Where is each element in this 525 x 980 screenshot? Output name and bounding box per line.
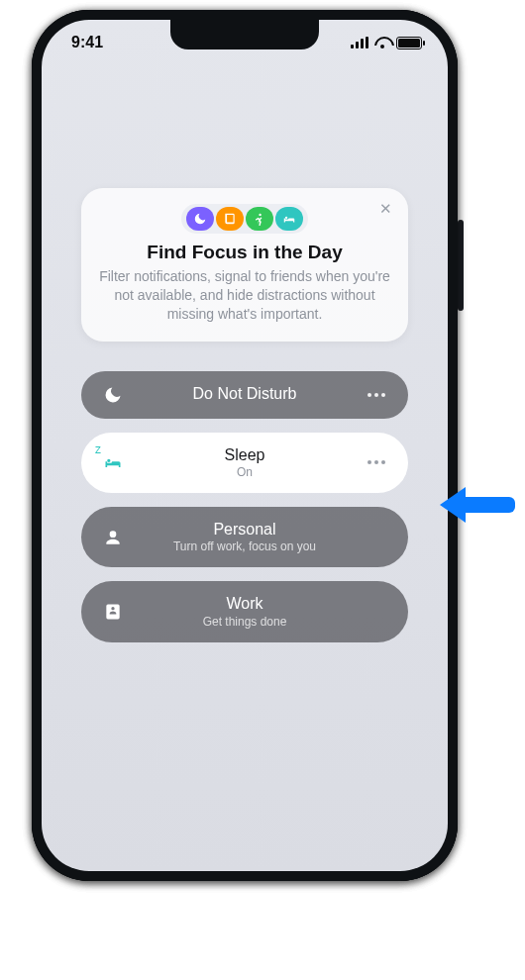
clock: 9:41 — [71, 34, 103, 51]
battery-icon — [396, 37, 422, 49]
bed-icon — [275, 207, 303, 231]
tip-icon-row — [181, 204, 308, 234]
tip-description: Filter notifications, signal to friends … — [99, 267, 390, 324]
bed-icon — [99, 452, 127, 472]
power-button — [458, 220, 464, 311]
moon-icon — [99, 385, 127, 405]
focus-sublabel: On — [127, 465, 363, 479]
screen: 9:41 ✕ — [42, 20, 448, 871]
focus-label: Work — [127, 595, 363, 613]
wifi-icon — [374, 37, 390, 49]
focus-label: Do Not Disturb — [127, 385, 363, 403]
badge-icon — [99, 602, 127, 622]
cellular-icon — [351, 37, 368, 49]
phone: 9:41 ✕ — [32, 10, 458, 881]
fitness-icon — [246, 207, 273, 231]
book-icon — [216, 207, 244, 231]
callout-arrow — [440, 487, 515, 523]
focus-sublabel: Get things done — [127, 615, 363, 629]
focus-sublabel: Turn off work, focus on you — [127, 539, 363, 553]
tip-card: ✕ Find Focus in the Day Fi — [81, 188, 408, 342]
tip-title: Find Focus in the Day — [99, 242, 390, 263]
more-icon[interactable] — [363, 393, 390, 397]
moon-icon — [186, 207, 214, 231]
focus-do-not-disturb[interactable]: Do Not Disturb — [81, 371, 408, 419]
focus-label: Personal — [127, 521, 363, 539]
sleep-zzz-icon: z — [95, 442, 101, 456]
focus-label: Sleep — [127, 446, 363, 464]
more-icon[interactable] — [363, 460, 390, 464]
focus-list: Do Not Disturb z Sleep On — [81, 371, 408, 642]
focus-sleep[interactable]: z Sleep On — [81, 433, 408, 493]
person-icon — [99, 528, 127, 547]
notch — [170, 20, 319, 49]
focus-personal[interactable]: Personal Turn off work, focus on you — [81, 507, 408, 567]
focus-work[interactable]: Work Get things done — [81, 581, 408, 641]
close-icon[interactable]: ✕ — [374, 198, 396, 220]
